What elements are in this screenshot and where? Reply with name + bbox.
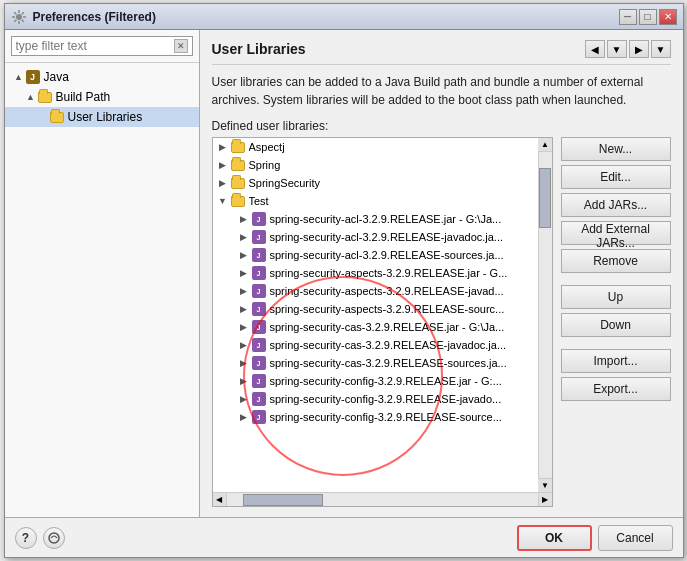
filter-clear-button[interactable]: ✕ [174, 39, 188, 53]
lib-toggle[interactable]: ▶ [237, 356, 251, 370]
lib-item[interactable]: ▶ J spring-security-config-3.2.9.RELEASE… [213, 408, 538, 426]
export-button[interactable]: Export... [561, 377, 671, 401]
lib-item[interactable]: ▶ SpringSecurity [213, 174, 538, 192]
lib-toggle-test[interactable]: ▼ [216, 194, 230, 208]
lib-toggle[interactable]: ▶ [237, 266, 251, 280]
tree-toggle-buildpath[interactable]: ▲ [25, 91, 37, 103]
lib-toggle[interactable]: ▶ [237, 392, 251, 406]
lib-toggle[interactable]: ▶ [237, 410, 251, 424]
lib-folder-icon [230, 139, 246, 155]
horizontal-scrollbar[interactable]: ◀ ▶ [213, 492, 552, 506]
h-scroll-thumb[interactable] [243, 494, 323, 506]
lib-item[interactable]: ▶ J spring-security-cas-3.2.9.RELEASE.ja… [213, 318, 538, 336]
libs-and-buttons: ▶ Aspectj ▶ Spring [212, 137, 671, 507]
lib-toggle[interactable]: ▶ [237, 338, 251, 352]
tree-area: ▲ J Java ▲ Build Path [5, 63, 199, 517]
svg-point-0 [16, 14, 22, 20]
lib-toggle[interactable]: ▶ [237, 212, 251, 226]
filter-input[interactable] [16, 39, 174, 53]
lib-item-test[interactable]: ▼ Test [213, 192, 538, 210]
lib-toggle[interactable]: ▶ [216, 158, 230, 172]
vertical-scrollbar[interactable]: ▲ ▼ [538, 138, 552, 492]
nav-dropdown-button[interactable]: ▼ [607, 40, 627, 58]
lib-toggle[interactable]: ▶ [237, 248, 251, 262]
lib-item[interactable]: ▶ J spring-security-config-3.2.9.RELEASE… [213, 390, 538, 408]
lib-item-text: spring-security-config-3.2.9.RELEASE.jar… [270, 375, 502, 387]
dialog-icon [11, 9, 27, 25]
folder-icon-userlibs [49, 109, 65, 125]
lib-toggle[interactable]: ▶ [237, 302, 251, 316]
up-button[interactable]: Up [561, 285, 671, 309]
edit-button[interactable]: Edit... [561, 165, 671, 189]
filter-input-wrap: ✕ [11, 36, 193, 56]
maximize-button[interactable]: □ [639, 9, 657, 25]
jar-icon: J [251, 229, 267, 245]
lib-toggle[interactable]: ▶ [237, 230, 251, 244]
jar-icon: J [251, 355, 267, 371]
lib-item[interactable]: ▶ J spring-security-aspects-3.2.9.RELEAS… [213, 264, 538, 282]
lib-toggle[interactable]: ▶ [237, 320, 251, 334]
lib-item-text: spring-security-config-3.2.9.RELEASE-sou… [270, 411, 502, 423]
lib-toggle[interactable]: ▶ [237, 284, 251, 298]
lib-item[interactable]: ▶ J spring-security-acl-3.2.9.RELEASE-ja… [213, 228, 538, 246]
defaults-button[interactable] [43, 527, 65, 549]
lib-item[interactable]: ▶ J spring-security-acl-3.2.9.RELEASE.ja… [213, 210, 538, 228]
ok-button[interactable]: OK [517, 525, 592, 551]
bottom-right: OK Cancel [517, 525, 673, 551]
jar-icon: J [251, 337, 267, 353]
lib-folder-icon [230, 157, 246, 173]
nav-forward-dropdown-button[interactable]: ▼ [651, 40, 671, 58]
lib-item-text: spring-security-aspects-3.2.9.RELEASE-ja… [270, 285, 504, 297]
lib-item[interactable]: ▶ Spring [213, 156, 538, 174]
tree-item-userlibs[interactable]: User Libraries [5, 107, 199, 127]
libs-list[interactable]: ▶ Aspectj ▶ Spring [213, 138, 538, 492]
lib-item-text: spring-security-acl-3.2.9.RELEASE.jar - … [270, 213, 502, 225]
add-external-jars-button[interactable]: Add External JARs... [561, 221, 671, 245]
left-panel: ✕ ▲ J Java ▲ Build Path [5, 30, 200, 517]
lib-item[interactable]: ▶ J spring-security-cas-3.2.9.RELEASE-so… [213, 354, 538, 372]
jar-icon: J [251, 283, 267, 299]
lib-toggle[interactable]: ▶ [237, 374, 251, 388]
lib-item-text: spring-security-cas-3.2.9.RELEASE.jar - … [270, 321, 505, 333]
jar-icon: J [251, 319, 267, 335]
remove-button[interactable]: Remove [561, 249, 671, 273]
jar-icon: J [251, 265, 267, 281]
window-controls: ─ □ ✕ [619, 9, 677, 25]
tree-item-java[interactable]: ▲ J Java [5, 67, 199, 87]
lib-item-text: spring-security-aspects-3.2.9.RELEASE.ja… [270, 267, 508, 279]
tree-item-buildpath[interactable]: ▲ Build Path [5, 87, 199, 107]
scroll-thumb[interactable] [539, 168, 551, 228]
lib-item-text: Aspectj [249, 141, 285, 153]
help-button[interactable]: ? [15, 527, 37, 549]
cancel-button[interactable]: Cancel [598, 525, 673, 551]
close-button[interactable]: ✕ [659, 9, 677, 25]
jar-icon: J [251, 391, 267, 407]
lib-toggle[interactable]: ▶ [216, 140, 230, 154]
lib-item[interactable]: ▶ J spring-security-cas-3.2.9.RELEASE-ja… [213, 336, 538, 354]
nav-forward-button[interactable]: ▶ [629, 40, 649, 58]
lib-item-text: spring-security-config-3.2.9.RELEASE-jav… [270, 393, 502, 405]
bottom-bar: ? OK Cancel [5, 517, 683, 557]
tree-toggle-java[interactable]: ▲ [13, 71, 25, 83]
lib-item[interactable]: ▶ Aspectj [213, 138, 538, 156]
nav-back-button[interactable]: ◀ [585, 40, 605, 58]
down-button[interactable]: Down [561, 313, 671, 337]
minimize-button[interactable]: ─ [619, 9, 637, 25]
import-button[interactable]: Import... [561, 349, 671, 373]
lib-item[interactable]: ▶ J spring-security-acl-3.2.9.RELEASE-so… [213, 246, 538, 264]
preferences-dialog: Preferences (Filtered) ─ □ ✕ ✕ ▲ J [4, 3, 684, 558]
lib-item-text: spring-security-acl-3.2.9.RELEASE-source… [270, 249, 504, 261]
tree-label-buildpath: Build Path [56, 90, 111, 104]
add-jars-button[interactable]: Add JARs... [561, 193, 671, 217]
lib-item[interactable]: ▶ J spring-security-aspects-3.2.9.RELEAS… [213, 282, 538, 300]
lib-folder-icon [230, 175, 246, 191]
defined-label: Defined user libraries: [212, 119, 671, 133]
lib-item[interactable]: ▶ J spring-security-aspects-3.2.9.RELEAS… [213, 300, 538, 318]
lib-item-text: Test [249, 195, 269, 207]
filter-box: ✕ [5, 30, 199, 63]
content-area: ✕ ▲ J Java ▲ Build Path [5, 30, 683, 517]
lib-item[interactable]: ▶ J spring-security-config-3.2.9.RELEASE… [213, 372, 538, 390]
new-button[interactable]: New... [561, 137, 671, 161]
jar-icon: J [251, 409, 267, 425]
lib-toggle[interactable]: ▶ [216, 176, 230, 190]
